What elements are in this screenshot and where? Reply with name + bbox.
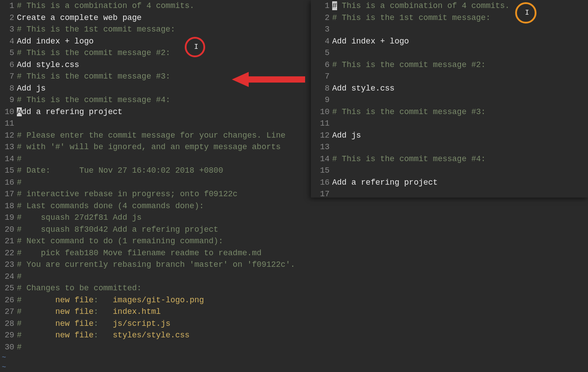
- line-content[interactable]: # This is the commit message #4:: [17, 94, 311, 106]
- line-content[interactable]: [332, 71, 588, 83]
- line-content[interactable]: [332, 141, 588, 153]
- code-line[interactable]: 17# interactive rebase in progress; onto…: [0, 188, 311, 200]
- line-content[interactable]: # This is a combination of 4 commits.: [17, 0, 311, 12]
- line-content[interactable]: # This is the commit message #2:: [332, 59, 588, 71]
- code-line[interactable]: 1# This is a combination of 4 commits.: [0, 0, 311, 12]
- code-line[interactable]: 23# You are currently rebasing branch 'm…: [0, 259, 311, 271]
- line-content[interactable]: Add style.css: [17, 59, 311, 71]
- code-line[interactable]: 9: [311, 94, 588, 106]
- line-content[interactable]: Add a refering project: [17, 106, 311, 118]
- line-content[interactable]: # interactive rebase in progress; onto f…: [17, 188, 311, 200]
- line-content[interactable]: # This is a combination of 4 commits.: [332, 0, 588, 12]
- code-line[interactable]: 25# Changes to be committed:: [0, 282, 311, 294]
- code-line[interactable]: 15: [311, 165, 588, 177]
- code-line[interactable]: 24#: [0, 271, 311, 283]
- line-content[interactable]: [332, 188, 588, 200]
- line-content[interactable]: # This is the commit message #4:: [332, 153, 588, 165]
- line-content[interactable]: # Changes to be committed:: [17, 282, 311, 294]
- code-line[interactable]: 12# Please enter the commit message for …: [0, 130, 311, 142]
- code-line[interactable]: 8Add style.css: [311, 83, 588, 95]
- code-line[interactable]: 16Add a refering project: [311, 177, 588, 189]
- line-content[interactable]: # with '#' will be ignored, and an empty…: [17, 141, 311, 153]
- code-line[interactable]: 22# pick feab180 Move filename readme to…: [0, 247, 311, 259]
- code-line[interactable]: 21# Next command to do (1 remaining comm…: [0, 235, 311, 247]
- code-line[interactable]: 18# Last commands done (4 commands done)…: [0, 200, 311, 212]
- code-line[interactable]: 28# new file: js/script.js: [0, 318, 311, 330]
- code-line[interactable]: 20# squash 8f30d42 Add a refering projec…: [0, 224, 311, 236]
- code-line[interactable]: 1# This is a combination of 4 commits.: [311, 0, 588, 12]
- code-line[interactable]: 3# This is the 1st commit message:: [0, 24, 311, 36]
- line-content[interactable]: #: [17, 153, 311, 165]
- line-content[interactable]: #: [17, 177, 311, 189]
- code-line[interactable]: 14#: [0, 153, 311, 165]
- line-content[interactable]: # squash 8f30d42 Add a refering project: [17, 224, 311, 236]
- line-content[interactable]: [332, 118, 588, 130]
- line-content[interactable]: #: [17, 271, 311, 283]
- line-number: 18: [0, 200, 17, 212]
- code-line[interactable]: 13# with '#' will be ignored, and an emp…: [0, 141, 311, 153]
- line-content[interactable]: # Next command to do (1 remaining comman…: [17, 235, 311, 247]
- line-number: 12: [0, 130, 17, 142]
- line-number: 27: [0, 306, 17, 318]
- code-line[interactable]: 11: [0, 118, 311, 130]
- line-content[interactable]: # new file: styles/style.css: [17, 329, 311, 341]
- code-line[interactable]: 11: [311, 118, 588, 130]
- line-content[interactable]: # This is the commit message #3:: [332, 106, 588, 118]
- line-content[interactable]: # Date: Tue Nov 27 16:40:02 2018 +0800: [17, 165, 311, 177]
- code-line[interactable]: 7: [311, 71, 588, 83]
- code-line[interactable]: 13: [311, 141, 588, 153]
- line-content[interactable]: [332, 165, 588, 177]
- code-line[interactable]: 5: [311, 47, 588, 59]
- line-content[interactable]: Create a complete web page: [17, 12, 311, 24]
- code-line[interactable]: 5# This is the commit message #2:: [0, 47, 311, 59]
- line-content[interactable]: Add index + logo: [332, 36, 588, 47]
- code-line[interactable]: 4Add index + logo: [311, 36, 588, 47]
- line-content[interactable]: Add a refering project: [332, 177, 588, 189]
- line-content[interactable]: # Please enter the commit message for yo…: [17, 130, 311, 142]
- code-line[interactable]: 26# new file: images/git-logo.png: [0, 294, 311, 306]
- line-content[interactable]: # new file: index.html: [17, 306, 311, 318]
- line-content[interactable]: Add index + logo: [17, 36, 311, 47]
- line-content[interactable]: # This is the 1st commit message:: [17, 24, 311, 36]
- code-line[interactable]: 8Add js: [0, 83, 311, 95]
- code-line[interactable]: 29# new file: styles/style.css: [0, 329, 311, 341]
- code-line[interactable]: 14# This is the commit message #4:: [311, 153, 588, 165]
- code-line[interactable]: 10# This is the commit message #3:: [311, 106, 588, 118]
- line-content[interactable]: # This is the commit message #3:: [17, 71, 311, 83]
- code-line[interactable]: 6Add style.css: [0, 59, 311, 71]
- line-content[interactable]: # Last commands done (4 commands done):: [17, 200, 311, 212]
- line-content[interactable]: # This is the commit message #2:: [17, 47, 311, 59]
- line-content[interactable]: #: [17, 341, 311, 353]
- line-content[interactable]: [332, 24, 588, 36]
- code-line[interactable]: 3: [311, 24, 588, 36]
- line-content[interactable]: # This is the 1st commit message:: [332, 12, 588, 24]
- line-content[interactable]: Add js: [17, 83, 311, 95]
- code-line[interactable]: 15# Date: Tue Nov 27 16:40:02 2018 +0800: [0, 165, 311, 177]
- code-line[interactable]: 10Add a refering project: [0, 106, 311, 118]
- editor-pane-left[interactable]: 1# This is a combination of 4 commits.2C…: [0, 0, 311, 372]
- line-content[interactable]: [17, 118, 311, 130]
- line-content[interactable]: Add style.css: [332, 83, 588, 95]
- code-line[interactable]: 27# new file: index.html: [0, 306, 311, 318]
- line-content[interactable]: [332, 94, 588, 106]
- code-line[interactable]: 4Add index + logo: [0, 36, 311, 47]
- code-line[interactable]: 7# This is the commit message #3:: [0, 71, 311, 83]
- code-line[interactable]: 6# This is the commit message #2:: [311, 59, 588, 71]
- code-line[interactable]: 30#: [0, 341, 311, 353]
- code-line[interactable]: 2Create a complete web page: [0, 12, 311, 24]
- line-content[interactable]: # new file: js/script.js: [17, 318, 311, 330]
- line-content[interactable]: # squash 27d2f81 Add js: [17, 212, 311, 224]
- code-line[interactable]: 2# This is the 1st commit message:: [311, 12, 588, 24]
- line-content[interactable]: [332, 47, 588, 59]
- code-line[interactable]: 16#: [0, 177, 311, 189]
- code-line[interactable]: 12Add js: [311, 130, 588, 142]
- line-content[interactable]: # pick feab180 Move filename readme to r…: [17, 247, 311, 259]
- code-line[interactable]: 9# This is the commit message #4:: [0, 94, 311, 106]
- line-content[interactable]: # You are currently rebasing branch 'mas…: [17, 259, 311, 271]
- code-line[interactable]: 19# squash 27d2f81 Add js: [0, 212, 311, 224]
- empty-line-tilde: ~: [0, 363, 311, 372]
- line-content[interactable]: Add js: [332, 130, 588, 142]
- line-content[interactable]: # new file: images/git-logo.png: [17, 294, 311, 306]
- editor-pane-right[interactable]: 1# This is a combination of 4 commits.2#…: [311, 0, 588, 198]
- code-line[interactable]: 17: [311, 188, 588, 200]
